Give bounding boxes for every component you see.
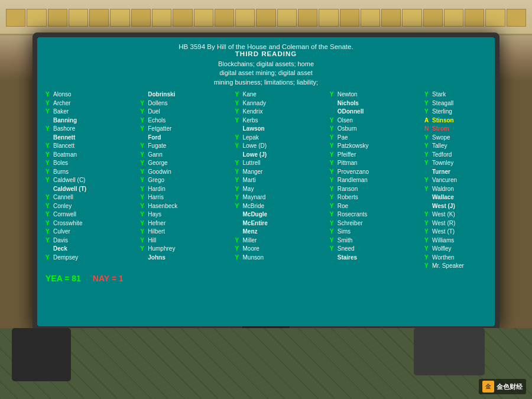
vote-y-icon: Y: [424, 185, 430, 193]
vote-row: YSteagall: [424, 99, 486, 108]
vote-row: YRoe: [330, 202, 392, 210]
vote-name: Culver: [53, 228, 70, 236]
vote-row: YMr. Speaker: [424, 262, 486, 270]
vote-y-icon: Y: [235, 116, 241, 125]
vote-name: Deck: [53, 245, 67, 253]
vote-n-icon: N: [424, 125, 430, 133]
vote-y-icon: Y: [235, 134, 241, 142]
vote-y-icon: Y: [424, 236, 430, 245]
vote-row: YMoore: [235, 245, 297, 253]
vote-row: YWest (T): [424, 228, 486, 236]
vote-row: YPae: [330, 134, 392, 142]
vote-y-icon: Y: [140, 185, 146, 193]
watermark-text: 金色财经: [497, 382, 523, 391]
vote-name: Duel: [148, 108, 160, 116]
vote-y-icon: Y: [46, 125, 51, 133]
vote-row: YBoatman: [46, 151, 108, 159]
vote-name: Lowe (D): [243, 142, 267, 150]
vote-row: YPfeiffer: [330, 151, 392, 159]
vote-row: YCannell: [46, 193, 108, 202]
vote-row: YKannady: [235, 99, 297, 108]
vote-row: Caldwell (T): [46, 185, 108, 193]
tv-screen: HB 3594 By Hill of the House and Coleman…: [37, 37, 495, 326]
vote-row: YBlancett: [46, 142, 108, 150]
vote-name: Randleman: [338, 176, 368, 184]
vote-y-icon: Y: [140, 176, 146, 184]
vote-name: Manger: [243, 168, 263, 176]
vote-row: YWilliams: [424, 236, 486, 245]
vote-row: Bennett: [46, 134, 108, 142]
vote-row: YKendrix: [235, 108, 297, 116]
vote-name: Sneed: [338, 245, 355, 253]
vote-row: YWorthen: [424, 254, 486, 262]
vote-name: Cannell: [53, 193, 73, 202]
vote-y-icon: Y: [46, 210, 51, 219]
vote-y-icon: Y: [140, 142, 146, 150]
vote-y-icon: Y: [235, 254, 241, 262]
vote-y-icon: Y: [235, 185, 241, 193]
vote-name: Lepak: [243, 134, 259, 142]
vote-name: Banning: [53, 116, 77, 125]
vote-name: Blancett: [53, 142, 74, 150]
vote-name: May: [243, 185, 254, 193]
vote-name-strom: Strom: [432, 125, 449, 133]
vote-name: Ranson: [338, 185, 358, 193]
vote-row: YMiller: [235, 236, 297, 245]
vote-y-icon: Y: [330, 236, 336, 245]
vote-y-icon: Y: [46, 151, 51, 159]
vote-row: Dobrinski: [140, 90, 202, 99]
vote-row: YSterling: [424, 108, 486, 116]
vote-name: Fetgatter: [148, 125, 171, 133]
vote-y-icon: Y: [424, 151, 430, 159]
vote-y-icon: Y: [46, 193, 51, 202]
vote-y-icon: Y: [330, 151, 336, 159]
vote-y-icon: Y: [424, 176, 430, 184]
vote-y-icon: Y: [140, 193, 146, 202]
vote-row: YPatzkowsky: [330, 142, 392, 150]
vote-row: YBashore: [46, 125, 108, 133]
vote-name: Johns: [148, 254, 165, 262]
vote-name: Cornwell: [53, 210, 76, 219]
vote-row: Turner: [424, 168, 486, 176]
vote-column-1: YAlonso YArcher YBaker Banning YBashore …: [46, 90, 108, 270]
vote-y-icon: Y: [235, 108, 241, 116]
vote-row: YMarti: [235, 176, 297, 184]
vote-y-icon: Y: [330, 168, 336, 176]
total-nay: NAY = 1: [93, 274, 124, 283]
vote-name: Roberts: [338, 193, 358, 202]
vote-name: McBride: [243, 202, 265, 210]
vote-column-5: YStark YSteagall YSterling AStinson NStr…: [424, 90, 486, 270]
vote-y-icon: Y: [424, 108, 430, 116]
vote-name: Nichols: [338, 99, 359, 108]
vote-y-icon: Y: [424, 210, 430, 219]
vote-row: YHefner: [140, 219, 202, 228]
vote-row: YNewton: [330, 90, 392, 99]
vote-row: Deck: [46, 245, 108, 253]
vote-row: YCaldwell (C): [46, 176, 108, 184]
vote-row: YGrego: [140, 176, 202, 184]
vote-name: Mr. Speaker: [432, 262, 464, 270]
vote-name: Sterling: [432, 108, 452, 116]
vote-name: Sims: [338, 228, 351, 236]
ceiling: [0, 0, 532, 35]
vote-name: Munson: [243, 254, 264, 262]
vote-row: YHardin: [140, 185, 202, 193]
vote-y-icon: Y: [424, 228, 430, 236]
vote-row: YKerbs: [235, 116, 297, 125]
vote-name: Smith: [338, 236, 353, 245]
vote-row: YDavis: [46, 236, 108, 245]
vote-row: YTalley: [424, 142, 486, 150]
vote-row: YTedford: [424, 151, 486, 159]
vote-row: YRoberts: [330, 193, 392, 202]
vote-name: Schreiber: [338, 219, 363, 228]
vote-y-icon: Y: [140, 108, 146, 116]
vote-name: Dobrinski: [148, 90, 175, 99]
bill-title: HB 3594 By Hill of the House and Coleman…: [46, 43, 486, 57]
vote-y-icon: Y: [235, 176, 241, 184]
vote-name: Kendrix: [243, 108, 263, 116]
vote-row: YWaldron: [424, 185, 486, 193]
vote-y-icon: Y: [424, 134, 430, 142]
vote-row: Wallace: [424, 193, 486, 202]
vote-name: Echols: [148, 116, 166, 125]
vote-row: YWest (K): [424, 210, 486, 219]
